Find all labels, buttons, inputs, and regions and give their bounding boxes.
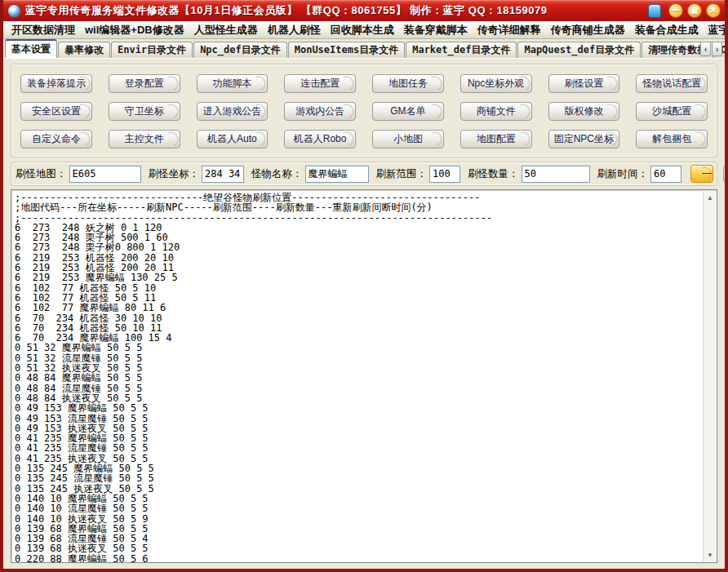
tab-npcdef-dir[interactable]: Npc_def目录文件 (193, 42, 287, 58)
generate-button[interactable]: 一键生成 (690, 165, 713, 183)
tool-button-map-quest[interactable]: 地图任务 (372, 74, 444, 93)
tab-scroll-left-icon[interactable]: ‹ (700, 42, 711, 56)
tool-button-robot-robo[interactable]: 机器人Robo (284, 130, 356, 149)
tool-button-custom-command[interactable]: 自定义命令 (20, 130, 92, 149)
window-title: 蓝宇专用传奇服务端文件修改器【10月1日修正会员版】 【群QQ：8061755】… (25, 3, 547, 18)
app-globe-icon (7, 4, 21, 18)
tool-button-monster-say[interactable]: 怪物说话配置 (636, 74, 708, 93)
editor-scrollbar[interactable]: ▲ ▼ (703, 191, 716, 561)
spawn-map-input[interactable] (69, 166, 141, 183)
spawn-script-text[interactable]: ;-------------------------------绝望谷怪物刷新位… (11, 190, 703, 562)
tab-drop-rate[interactable]: 暴率修改 (58, 42, 110, 58)
minimize-button[interactable]: — (668, 3, 683, 18)
spawn-map-label: 刷怪地图： (16, 167, 67, 181)
tool-button-monster-spawn[interactable]: 刷怪设置 (548, 74, 620, 93)
menu-item[interactable]: 蓝宇herom2 (704, 23, 725, 38)
tool-button-unpack-pack[interactable]: 解包捆包 (636, 130, 708, 149)
app-window: 蓝宇专用传奇服务端文件修改器【10月1日修正会员版】 【群QQ：8061755】… (0, 0, 728, 572)
scroll-down-icon[interactable]: ▼ (704, 548, 717, 561)
window-controls: — ▣ ✕ (648, 3, 721, 18)
tool-button-map-config[interactable]: 地图配置 (460, 130, 532, 149)
monster-name-label: 怪物名称： (251, 167, 303, 181)
tool-button-robot-auto[interactable]: 机器人Auto (197, 130, 269, 149)
tool-button-gm-list[interactable]: GM名单 (372, 102, 444, 121)
tabbar: 基本设置 暴率修改 Envir目录文件 Npc_def目录文件 MonUseIt… (3, 39, 725, 58)
save-button[interactable]: 修改保存 (723, 165, 725, 183)
tool-button-enter-notice[interactable]: 进入游戏公告 (197, 102, 269, 121)
spawn-form: 刷怪地图： 刷怪坐标： 怪物名称： 刷新范围： 刷怪数量： 刷新时间： 一键生成… (11, 162, 717, 186)
menubar: 开区数据清理 wil编辑器+DB修改器 人型怪生成器 机器人刷怪 回收脚本生成 … (3, 21, 725, 39)
tool-button-ingame-notice[interactable]: 游戏内公告 (284, 102, 356, 121)
monster-name-input[interactable] (305, 166, 369, 183)
tool-button-shop-file[interactable]: 商铺文件 (460, 102, 532, 121)
menu-item[interactable]: 装备合成生成 (630, 23, 704, 38)
spawn-script-editor[interactable]: ;-------------------------------绝望谷怪物刷新位… (11, 189, 717, 563)
tool-button-guard-coords[interactable]: 守卫坐标 (109, 102, 180, 121)
menu-item[interactable]: 装备穿戴脚本 (399, 23, 473, 38)
tool-button-sandcity-config[interactable]: 沙城配置 (636, 102, 708, 121)
tab-envir-dir[interactable]: Envir目录文件 (111, 42, 193, 58)
tool-button-fixed-npc[interactable]: 固定NPC坐标 (548, 130, 620, 149)
refresh-time-input[interactable] (650, 166, 681, 183)
menu-item[interactable]: 开区数据清理 (7, 23, 80, 38)
maximize-button[interactable]: ▣ (687, 3, 702, 18)
menu-item[interactable]: wil编辑器+DB修改器 (80, 23, 189, 38)
tool-button-npc-position[interactable]: Npc坐标外观 (460, 74, 532, 93)
tool-button-function-script[interactable]: 功能脚本 (197, 74, 269, 93)
spawn-count-input[interactable] (522, 166, 590, 183)
tab-monuseitems-dir[interactable]: MonUseItems目录文件 (288, 42, 405, 58)
menu-item[interactable]: 传奇详细解释 (473, 23, 546, 38)
tab-marketdef-dir[interactable]: Market_def目录文件 (406, 42, 517, 58)
tab-mapquestdef-dir[interactable]: MapQuest_def目录文件 (517, 42, 641, 58)
tab-scroll-right-icon[interactable]: › (712, 42, 722, 56)
menu-item[interactable]: 机器人刷怪 (263, 23, 326, 38)
spawn-range-label: 刷新范围： (376, 167, 428, 181)
titlebar: 蓝宇专用传奇服务端文件修改器【10月1日修正会员版】 【群QQ：8061755】… (3, 0, 725, 21)
tab-scroll-buttons: ‹ › (700, 42, 722, 56)
tool-button-drop-tips[interactable]: 装备掉落提示 (20, 74, 92, 93)
close-button[interactable]: ✕ (706, 3, 721, 18)
tool-button-minimap[interactable]: 小地图 (372, 130, 444, 149)
tool-button-combo-config[interactable]: 连击配置 (284, 74, 356, 93)
menu-item[interactable]: 人型怪生成器 (189, 23, 263, 38)
spawn-coord-input[interactable] (202, 166, 244, 183)
tab-basic-settings[interactable]: 基本设置 (5, 39, 57, 58)
skin-theme-button[interactable] (648, 4, 661, 18)
refresh-time-label: 刷新时间： (597, 167, 649, 181)
tool-button-grid: 装备掉落提示 登录配置 功能脚本 连击配置 地图任务 Npc坐标外观 刷怪设置 … (11, 64, 717, 157)
menu-item[interactable]: 传奇商铺生成器 (546, 23, 630, 38)
scroll-up-icon[interactable]: ▲ (704, 191, 717, 204)
spawn-range-input[interactable] (429, 166, 460, 183)
tool-button-login-config[interactable]: 登录配置 (109, 74, 180, 93)
tool-button-safezone[interactable]: 安全区设置 (20, 102, 92, 121)
menu-item[interactable]: 回收脚本生成 (326, 23, 399, 38)
spawn-count-label: 刷怪数量： (468, 167, 519, 181)
tool-button-copyright[interactable]: 版权修改 (548, 102, 620, 121)
spawn-coord-label: 刷怪坐标： (149, 167, 200, 181)
basic-settings-panel: 装备掉落提示 登录配置 功能脚本 连击配置 地图任务 Npc坐标外观 刷怪设置 … (3, 58, 725, 569)
tool-button-master-file[interactable]: 主控文件 (109, 130, 180, 149)
